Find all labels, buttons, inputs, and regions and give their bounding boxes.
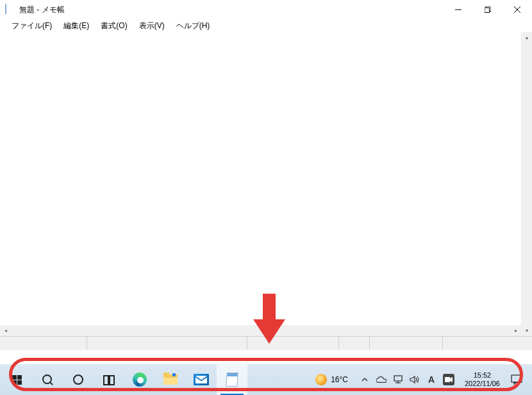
svg-marker-11 bbox=[514, 382, 517, 384]
meet-now-icon bbox=[445, 376, 453, 383]
window-title: 無題 - メモ帳 bbox=[19, 4, 65, 15]
taskbar-edge[interactable] bbox=[124, 364, 155, 395]
scroll-left-arrow-icon[interactable]: ◂ bbox=[0, 325, 11, 336]
menu-edit[interactable]: 編集(E) bbox=[58, 19, 94, 33]
system-tray: A bbox=[354, 374, 460, 385]
clock-button[interactable]: 15:52 2022/11/06 bbox=[460, 371, 505, 388]
maximize-button[interactable] bbox=[473, 0, 503, 19]
svg-rect-1 bbox=[485, 8, 490, 13]
volume-icon bbox=[410, 375, 420, 384]
menu-help[interactable]: ヘルプ(H) bbox=[171, 19, 215, 33]
weather-widget[interactable]: 16°C bbox=[309, 374, 354, 385]
notepad-app-icon bbox=[5, 4, 15, 15]
chevron-up-icon bbox=[361, 376, 369, 383]
taskbar-notepad[interactable] bbox=[217, 364, 247, 395]
task-view-icon bbox=[103, 375, 115, 384]
onedrive-tray[interactable] bbox=[376, 374, 387, 385]
menu-format[interactable]: 書式(O) bbox=[96, 19, 132, 33]
svg-marker-7 bbox=[410, 376, 415, 383]
volume-tray[interactable] bbox=[410, 374, 420, 385]
maximize-restore-icon bbox=[485, 6, 491, 13]
taskbar: 16°C A bbox=[0, 364, 532, 395]
scroll-up-arrow-icon[interactable]: ▴ bbox=[521, 32, 532, 43]
menu-view[interactable]: 表示(V) bbox=[134, 19, 170, 33]
taskbar-left bbox=[1, 364, 247, 395]
annotation-arrow-icon bbox=[253, 294, 285, 345]
taskbar-file-explorer[interactable] bbox=[155, 364, 186, 395]
clock-date: 2022/11/06 bbox=[465, 380, 500, 388]
scroll-right-arrow-icon[interactable]: ▸ bbox=[510, 325, 521, 336]
taskbar-right: 16°C A bbox=[309, 364, 528, 395]
close-icon bbox=[514, 6, 520, 13]
meet-now-button[interactable] bbox=[443, 374, 454, 385]
task-view-button[interactable] bbox=[94, 364, 124, 395]
svg-rect-4 bbox=[394, 376, 402, 381]
notepad-icon bbox=[226, 373, 238, 387]
action-center-button[interactable] bbox=[505, 364, 528, 395]
weather-temp: 16°C bbox=[331, 375, 348, 384]
clock-time: 15:52 bbox=[474, 371, 492, 380]
search-icon bbox=[42, 374, 53, 385]
network-icon bbox=[393, 375, 403, 384]
menu-file[interactable]: ファイル(F) bbox=[6, 19, 57, 33]
start-button[interactable] bbox=[1, 364, 32, 395]
action-center-icon bbox=[511, 374, 522, 385]
search-button[interactable] bbox=[32, 364, 63, 395]
cortana-button[interactable] bbox=[63, 364, 94, 395]
window-controls bbox=[444, 0, 532, 19]
start-icon bbox=[12, 375, 22, 385]
scroll-down-arrow-icon[interactable]: ▾ bbox=[521, 325, 532, 336]
onedrive-icon bbox=[376, 376, 387, 383]
file-explorer-icon bbox=[163, 374, 178, 385]
text-editor-area[interactable]: ▴ ▾ ◂ ▸ bbox=[0, 32, 532, 336]
svg-marker-9 bbox=[450, 377, 453, 382]
edge-icon bbox=[133, 373, 147, 387]
vertical-scrollbar[interactable]: ▴ ▾ bbox=[521, 32, 532, 336]
svg-rect-8 bbox=[445, 377, 450, 382]
menu-bar: ファイル(F) 編集(E) 書式(O) 表示(V) ヘルプ(H) bbox=[0, 19, 532, 32]
minimize-icon bbox=[455, 6, 461, 13]
weather-icon bbox=[315, 374, 327, 385]
close-button[interactable] bbox=[503, 0, 532, 19]
ime-mode-button[interactable]: A bbox=[426, 374, 436, 385]
tray-overflow-button[interactable] bbox=[360, 374, 370, 385]
title-bar: 無題 - メモ帳 bbox=[0, 0, 532, 19]
cortana-icon bbox=[73, 374, 83, 385]
mail-icon bbox=[194, 374, 209, 385]
taskbar-mail[interactable] bbox=[186, 364, 217, 395]
minimize-button[interactable] bbox=[444, 0, 473, 19]
svg-rect-10 bbox=[511, 375, 522, 382]
network-tray[interactable] bbox=[393, 374, 403, 385]
